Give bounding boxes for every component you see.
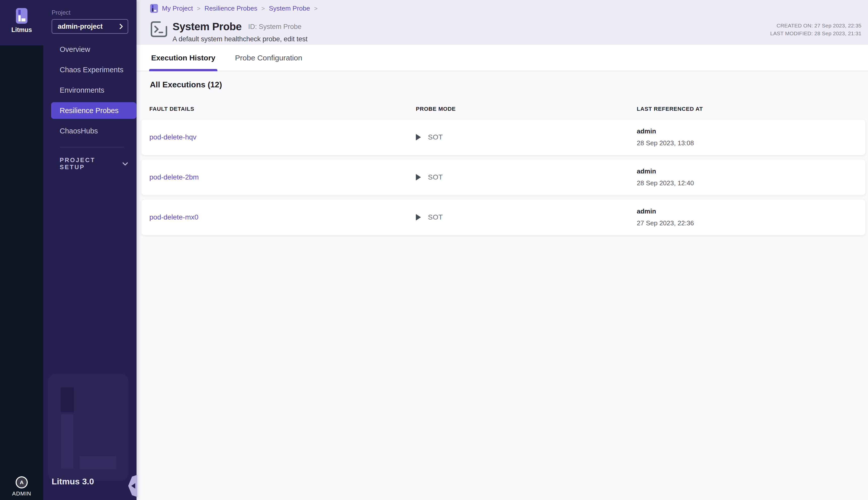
collapse-left-icon (131, 483, 135, 489)
table-header-row: FAULT DETAILS PROBE MODE LAST REFERENCED… (149, 106, 866, 112)
rail-top: Litmus (0, 0, 43, 45)
breadcrumb-system-probe[interactable]: System Probe (269, 4, 310, 12)
referenced-at-time: 28 Sep 2023, 12:40 (637, 179, 866, 187)
breadcrumb-separator: > (261, 5, 265, 12)
page-title: System Probe (172, 21, 241, 33)
chevron-right-icon (117, 24, 123, 30)
fault-link[interactable]: pod-delete-2bm (149, 173, 199, 181)
breadcrumb-litmus-icon (150, 4, 158, 13)
tab-probe-configuration-label: Probe Configuration (235, 54, 302, 62)
referenced-at-time: 27 Sep 2023, 22:36 (637, 219, 866, 227)
left-rail: Litmus A ADMIN (0, 0, 43, 500)
tab-bar: Execution History Probe Configuration (136, 45, 868, 71)
last-modified: LAST MODIFIED: 28 Sep 2023, 21:31 (770, 30, 861, 37)
sidebar-divider (60, 147, 124, 147)
project-selector-value: admin-project (58, 23, 103, 31)
breadcrumb-separator: > (314, 5, 318, 12)
chevron-down-icon (122, 160, 128, 166)
referenced-at-time: 28 Sep 2023, 13:08 (637, 139, 866, 147)
breadcrumb-my-project[interactable]: My Project (162, 4, 193, 12)
sidebar-item-chaoshubs[interactable]: ChaosHubs (51, 123, 136, 139)
play-icon[interactable] (416, 134, 421, 140)
referenced-by-user: admin (637, 127, 866, 135)
sidebar: Project admin-project Overview Chaos Exp… (43, 0, 136, 500)
project-setup-label: PROJECT SETUP (60, 157, 123, 171)
play-icon[interactable] (416, 214, 421, 220)
avatar-label: ADMIN (0, 490, 43, 497)
project-selector[interactable]: admin-project (52, 19, 128, 34)
column-header-fault-details: FAULT DETAILS (149, 106, 416, 112)
tab-execution-history-label: Execution History (151, 54, 215, 62)
page-id: ID: System Probe (248, 23, 302, 31)
project-label: Project (52, 9, 70, 16)
sidebar-item-resilience-probes[interactable]: Resilience Probes (51, 102, 136, 119)
sidebar-nav: Overview Chaos Experiments Environments … (43, 41, 136, 143)
tab-execution-history[interactable]: Execution History (149, 45, 217, 71)
probe-meta: CREATED ON: 27 Sep 2023, 22:35 LAST MODI… (770, 22, 861, 37)
referenced-by-user: admin (637, 168, 866, 175)
fault-link[interactable]: pod-delete-hqv (149, 133, 196, 141)
project-setup-toggle[interactable]: PROJECT SETUP (60, 157, 127, 171)
table-row: pod-delete-2bm SOT admin 28 Sep 2023, 12… (141, 159, 866, 195)
sidebar-item-environments[interactable]: Environments (51, 82, 136, 99)
breadcrumb-resilience-probes[interactable]: Resilience Probes (204, 4, 257, 12)
probe-mode-value: SOT (428, 213, 443, 221)
tab-probe-configuration[interactable]: Probe Configuration (233, 45, 304, 71)
column-header-last-referenced-at: LAST REFERENCED AT (637, 106, 866, 112)
litmus-logo-icon[interactable] (16, 8, 27, 24)
table-row: pod-delete-mx0 SOT admin 27 Sep 2023, 22… (141, 199, 866, 235)
litmus-watermark (48, 374, 128, 481)
column-header-probe-mode: PROBE MODE (416, 106, 637, 112)
terminal-icon (150, 21, 168, 38)
sidebar-item-chaos-experiments[interactable]: Chaos Experiments (51, 61, 136, 78)
litmus-logo-label: Litmus (11, 26, 32, 34)
probe-mode-value: SOT (428, 173, 443, 181)
executions-panel: All Executions (12) FAULT DETAILS PROBE … (136, 72, 868, 500)
play-icon[interactable] (416, 174, 421, 181)
sidebar-item-overview[interactable]: Overview (51, 41, 136, 58)
avatar[interactable]: A (15, 476, 28, 488)
breadcrumb: My Project > Resilience Probes > System … (150, 4, 318, 13)
page-subtitle: A default system healthcheck probe, edit… (172, 35, 307, 43)
active-tab-underline (149, 69, 217, 71)
fault-link[interactable]: pod-delete-mx0 (149, 213, 199, 221)
breadcrumb-separator: > (197, 5, 201, 12)
version-label: Litmus 3.0 (52, 477, 94, 486)
page-header: My Project > Resilience Probes > System … (136, 0, 868, 45)
referenced-by-user: admin (637, 207, 866, 215)
created-on: CREATED ON: 27 Sep 2023, 22:35 (770, 22, 861, 30)
litmus-app: Litmus A ADMIN Project admin-project Ove… (0, 0, 868, 500)
executions-list: pod-delete-hqv SOT admin 28 Sep 2023, 13… (141, 119, 866, 239)
table-row: pod-delete-hqv SOT admin 28 Sep 2023, 13… (141, 119, 866, 155)
probe-mode-value: SOT (428, 133, 443, 141)
executions-heading: All Executions (12) (150, 80, 222, 89)
main-area: My Project > Resilience Probes > System … (136, 0, 868, 500)
